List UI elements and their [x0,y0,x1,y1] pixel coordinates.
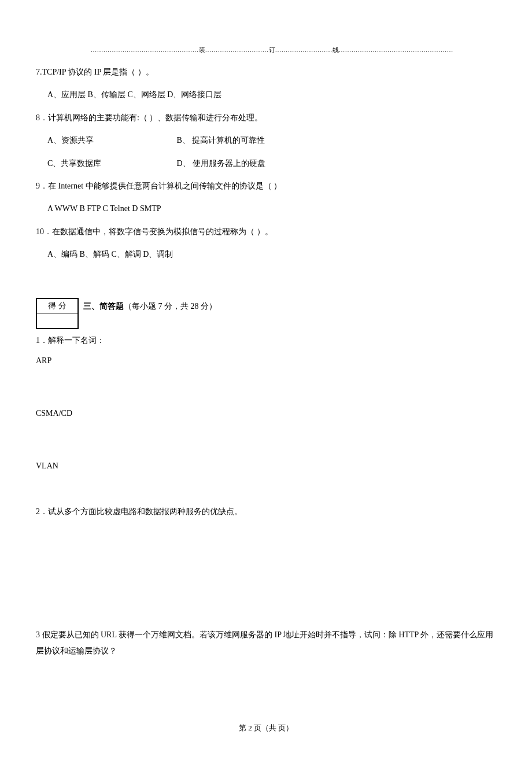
question-8-row1: A、资源共享 B、 提高计算机的可靠性 [36,132,496,149]
score-box: 得 分 [36,298,79,329]
short-q2: 2．试从多个方面比较虚电路和数据报两种服务的优缺点。 [36,504,496,520]
question-9-options: A WWW B FTP C Telnet D SMTP [36,200,496,217]
question-7-options: A、应用层 B、传输层 C、网络层 D、网络接口层 [36,86,496,103]
question-9: 9．在 Internet 中能够提供任意两台计算机之间传输文件的协议是（ ） [36,178,496,194]
question-7-text: 7.TCP/IP 协议的 IP 层是指（ ）。 [36,68,154,76]
question-10-opts: A、编码 B、解码 C、解调 D、调制 [47,250,173,259]
score-value[interactable] [36,313,78,328]
page-content: 7.TCP/IP 协议的 IP 层是指（ ）。 A、应用层 B、传输层 C、网络… [36,64,496,659]
score-label: 得 分 [36,298,78,313]
question-10-text: 10．在数据通信中，将数字信号变换为模拟信号的过程称为（ ）。 [36,227,273,236]
question-8-opt-a: A、资源共享 [47,132,175,149]
question-7: 7.TCP/IP 协议的 IP 层是指（ ）。 [36,64,496,80]
question-7-opts: A、应用层 B、传输层 C、网络层 D、网络接口层 [47,90,221,99]
term-csmacd: CSMA/CD [36,407,496,419]
section-3-title-rest: （每小题 7 分，共 28 分） [124,302,217,311]
short-q2-text: 2．试从多个方面比较虚电路和数据报两种服务的优缺点。 [36,507,242,516]
term-vlan: VLAN [36,460,496,472]
page-footer: 第 2 页（共 页） [0,722,532,734]
binding-line: ……………………………………………装…………………………订………………………线…… [36,45,508,55]
binding-dots-right: ……………………………………………… [339,46,453,53]
short-q3: 3 假定要从已知的 URL 获得一个万维网文档。若该万维网服务器的 IP 地址开… [36,627,496,659]
section-3-title: 三、简答题（每小题 7 分，共 28 分） [83,298,217,312]
question-10: 10．在数据通信中，将数字信号变换为模拟信号的过程称为（ ）。 [36,223,496,240]
binding-dots-left: …………………………………………… [91,46,199,53]
question-8-opt-b: B、 提高计算机的可靠性 [177,136,265,145]
binding-dots-mid2: ……………………… [275,46,332,53]
short-q1: 1．解释一下名词： [36,333,496,349]
question-8: 8．计算机网络的主要功能有:（ ）、数据传输和进行分布处理。 [36,109,496,126]
binding-dots-mid1: ………………………… [205,46,269,53]
short-q3-text: 3 假定要从已知的 URL 获得一个万维网文档。若该万维网服务器的 IP 地址开… [36,630,493,655]
term-arp: ARP [36,355,496,367]
question-9-opts: A WWW B FTP C Telnet D SMTP [47,204,161,213]
question-8-text: 8．计算机网络的主要功能有:（ ）、数据传输和进行分布处理。 [36,113,263,122]
binding-xian: 线 [332,46,339,53]
question-8-opt-d: D、 使用服务器上的硬盘 [177,159,266,168]
short-q1-text: 1．解释一下名词： [36,336,105,345]
section-3-title-bold: 三、简答题 [83,302,124,311]
question-10-options: A、编码 B、解码 C、解调 D、调制 [36,246,496,263]
section-3-header: 得 分 三、简答题（每小题 7 分，共 28 分） [36,298,496,329]
binding-zhuang: 装 [199,46,205,53]
binding-ding: 订 [269,46,275,53]
page-number: 第 2 页（共 页） [239,723,293,732]
question-8-opt-c: C、共享数据库 [47,155,175,172]
question-9-text: 9．在 Internet 中能够提供任意两台计算机之间传输文件的协议是（ ） [36,182,282,190]
question-8-row2: C、共享数据库 D、 使用服务器上的硬盘 [36,155,496,172]
